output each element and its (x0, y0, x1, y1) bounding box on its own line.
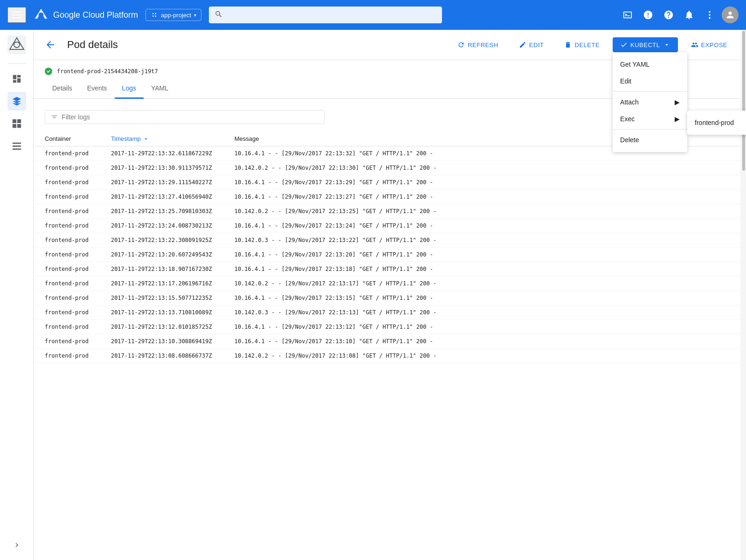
kubernetes-logo[interactable] (7, 35, 26, 54)
cell-container: frontend-prod (34, 146, 100, 161)
attach-label: Attach (620, 98, 639, 106)
svg-point-4 (155, 15, 156, 17)
back-button[interactable] (45, 39, 56, 50)
edit-label: EDIT (529, 41, 544, 48)
cell-container: frontend-prod (34, 161, 100, 175)
cell-message: 10.16.4.1 - - [29/Nov/2017 22:13:27] "GE… (223, 190, 746, 204)
logs-table-body: frontend-prod 2017-11-29T22:13:32.611867… (34, 146, 746, 363)
cell-message: 10.142.0.3 - - [29/Nov/2017 22:13:22] "G… (223, 233, 746, 248)
cell-timestamp: 2017-11-29T22:13:30.911379571Z (100, 161, 223, 175)
sidebar-item-overview[interactable] (7, 69, 26, 88)
filter-icon (51, 113, 58, 121)
cell-container: frontend-prod (34, 204, 100, 219)
kubectl-menu-divider2 (613, 129, 687, 130)
user-avatar[interactable] (722, 7, 739, 23)
sidebar-toggle-button[interactable] (7, 536, 26, 554)
tab-details[interactable]: Details (45, 79, 80, 99)
sidebar-item-workloads[interactable] (7, 114, 26, 133)
exec-submenu-frontend-prod[interactable]: frontend-prod (687, 114, 746, 131)
tab-logs[interactable]: Logs (115, 79, 144, 99)
kubectl-menu-edit[interactable]: Edit (613, 73, 687, 90)
timestamp-sort-button[interactable]: Timestamp (111, 135, 212, 142)
svg-point-0 (39, 13, 44, 18)
svg-rect-13 (12, 124, 16, 128)
sidebar-item-nodes[interactable] (7, 92, 26, 111)
help-icon-button[interactable] (660, 7, 677, 23)
cell-container: frontend-prod (34, 291, 100, 305)
kubectl-menu-attach[interactable]: Attach ▶ (613, 94, 687, 111)
logs-table: Container Timestamp Message frontend-pro… (34, 131, 746, 363)
cell-container: frontend-prod (34, 175, 100, 190)
cell-container: frontend-prod (34, 262, 100, 277)
cell-timestamp: 2017-11-29T22:13:32.611867229Z (100, 146, 223, 161)
table-row: frontend-prod 2017-11-29T22:13:22.308091… (34, 233, 746, 248)
cell-timestamp: 2017-11-29T22:13:29.111540227Z (100, 175, 223, 190)
cell-timestamp: 2017-11-29T22:13:12.010185725Z (100, 320, 223, 334)
expose-icon (691, 41, 698, 48)
cell-timestamp: 2017-11-29T22:13:08.608666737Z (100, 349, 223, 363)
cell-timestamp: 2017-11-29T22:13:24.008730213Z (100, 219, 223, 233)
search-input[interactable] (209, 7, 442, 23)
project-icon (151, 11, 158, 19)
cell-message: 10.16.4.1 - - [29/Nov/2017 22:13:18] "GE… (223, 262, 746, 277)
project-dropdown-icon: ▾ (194, 13, 196, 18)
attach-arrow-icon: ▶ (675, 98, 680, 106)
table-row: frontend-prod 2017-11-29T22:13:13.710810… (34, 305, 746, 320)
cell-container: frontend-prod (34, 320, 100, 334)
gcp-logo-icon (34, 7, 48, 22)
expose-button[interactable]: EXPOSE (684, 37, 735, 52)
column-header-timestamp[interactable]: Timestamp (100, 131, 223, 146)
more-options-icon-button[interactable] (701, 7, 718, 23)
app-title: Google Cloud Platform (53, 10, 138, 20)
filter-logs-input[interactable] (62, 113, 318, 121)
table-row: frontend-prod 2017-11-29T22:13:30.911379… (34, 161, 746, 175)
table-row: frontend-prod 2017-11-29T22:13:24.008730… (34, 219, 746, 233)
svg-rect-11 (12, 119, 16, 123)
search-icon (214, 10, 223, 20)
edit-icon (519, 41, 526, 48)
get-yaml-label: Get YAML (620, 61, 649, 68)
cell-container: frontend-prod (34, 233, 100, 248)
kubectl-button[interactable]: KUBECTL (613, 37, 677, 52)
svg-point-1 (152, 13, 154, 14)
alert-icon-button[interactable] (640, 7, 656, 23)
project-label: app-project (161, 12, 191, 19)
terminal-icon-button[interactable] (619, 7, 636, 23)
kubectl-menu-delete[interactable]: Delete (613, 131, 687, 148)
table-row: frontend-prod 2017-11-29T22:13:12.010185… (34, 320, 746, 334)
notifications-icon-button[interactable] (681, 7, 698, 23)
table-row: frontend-prod 2017-11-29T22:13:17.206196… (34, 277, 746, 291)
cell-message: 10.16.4.1 - - [29/Nov/2017 22:13:12] "GE… (223, 320, 746, 334)
sidebar-item-storage[interactable] (7, 137, 26, 155)
tab-events[interactable]: Events (80, 79, 115, 99)
refresh-icon (457, 41, 465, 48)
cell-container: frontend-prod (34, 349, 100, 363)
cell-message: 10.16.4.1 - - [29/Nov/2017 22:13:15] "GE… (223, 291, 746, 305)
kubectl-menu-divider (613, 91, 687, 92)
edit-button[interactable]: EDIT (511, 37, 552, 52)
main-content: Pod details REFRESH EDIT DELETE (34, 30, 746, 560)
svg-rect-12 (17, 119, 21, 123)
cell-timestamp: 2017-11-29T22:13:15.507712235Z (100, 291, 223, 305)
right-scrollbar[interactable] (740, 30, 746, 560)
pod-status-indicator (45, 68, 52, 75)
cell-message: 10.142.0.2 - - [29/Nov/2017 22:13:17] "G… (223, 277, 746, 291)
kubectl-dropdown-icon (663, 41, 670, 48)
exec-submenu-label: frontend-prod (695, 119, 734, 126)
tab-yaml[interactable]: YAML (144, 79, 176, 99)
table-row: frontend-prod 2017-11-29T22:13:20.607249… (34, 248, 746, 262)
hamburger-button[interactable] (7, 7, 26, 23)
svg-point-3 (152, 15, 154, 17)
scrollbar-thumb[interactable] (742, 31, 745, 171)
cell-message: 10.16.4.1 - - [29/Nov/2017 22:13:24] "GE… (223, 219, 746, 233)
kubectl-menu-get-yaml[interactable]: Get YAML (613, 56, 687, 73)
project-selector[interactable]: app-project ▾ (145, 9, 201, 21)
status-check-icon (46, 69, 51, 74)
kubectl-menu-exec[interactable]: Exec ▶ frontend-prod (613, 111, 687, 127)
exec-arrow-icon: ▶ (675, 115, 680, 123)
cell-timestamp: 2017-11-29T22:13:22.308091925Z (100, 233, 223, 248)
exec-submenu: frontend-prod (687, 111, 746, 135)
svg-rect-14 (17, 124, 21, 128)
delete-button[interactable]: DELETE (557, 37, 607, 52)
refresh-button[interactable]: REFRESH (450, 37, 506, 52)
